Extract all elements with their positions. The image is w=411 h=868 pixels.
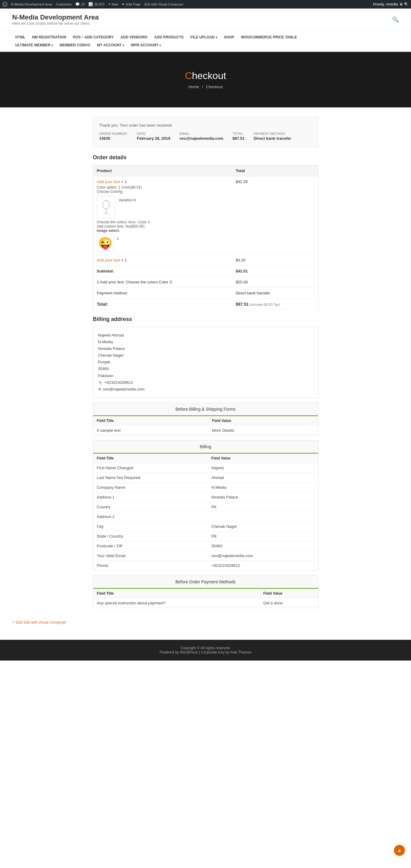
cf-field-value: N-Media	[208, 483, 318, 492]
nav-row-2: ULTIMATE MEMBER ▾ MEMBER CONVO MY ACCOUN…	[12, 41, 399, 49]
breadcrumb-current: Checkout	[206, 85, 223, 89]
vc-edit-link[interactable]: Edit with Visual Composer	[144, 2, 183, 6]
before-billing-section: Before Billing & Shipping Forms Field Ti…	[93, 403, 318, 435]
nav-ultimate-member[interactable]: ULTIMATE MEMBER ▾	[12, 41, 56, 49]
new-content-link[interactable]: +New	[108, 2, 118, 6]
nav-nm-registration[interactable]: NM REGISTRATION	[29, 33, 69, 41]
wine-glass-icon	[101, 198, 111, 215]
breadcrumb-separator: /	[202, 85, 204, 89]
cf-field-label: State / Country	[93, 531, 208, 541]
product-qty-num-1: 1	[125, 179, 127, 184]
header-search-icon[interactable]: 🔍	[392, 16, 399, 23]
order-meta: ORDER NUMBER: 14635 DATE: February 28, 2…	[99, 132, 312, 141]
col-product-header: Product	[93, 165, 232, 176]
footer-credits: Powered by WordPress | Corporate Key by …	[6, 650, 405, 654]
payment-method-value: Direct bank transfer	[232, 288, 318, 299]
file-upload-dropdown-arrow: ▾	[216, 36, 217, 39]
before-payment-table: Field Title Field Value Any special inst…	[93, 589, 318, 608]
site-header: N-Media Development Area Here we cook sc…	[0, 8, 411, 31]
edit-bar: ✏ Edit Edit with Visual Composer	[0, 617, 411, 628]
order-payment-label: PAYMENT METHOD:	[254, 132, 291, 135]
order-total-meta: TOTAL: $97.51	[233, 132, 245, 141]
order-email-value: ceo@najeebmedia.com	[179, 136, 223, 141]
stats-link[interactable]: 📊35,870	[88, 2, 104, 6]
list-item: First Name ChangedNajeeb	[93, 463, 318, 473]
cf-field-value: Ahmad	[208, 473, 318, 483]
list-item: Last Name Not RequiredAhmad	[93, 473, 318, 483]
nav-member-convo[interactable]: MEMBER CONVO	[57, 41, 94, 49]
order-payment-meta: PAYMENT METHOD: Direct bank transfer	[254, 132, 291, 141]
list-item: Postcode / ZIP35460	[93, 541, 318, 551]
edit-link[interactable]: Edit	[16, 620, 23, 624]
order-number-label: ORDER NUMBER:	[99, 132, 128, 135]
image-select-label: image select:	[97, 228, 229, 233]
order-number-value: 14635	[99, 136, 128, 141]
footer-wordpress-link[interactable]: Powered by WordPress	[160, 650, 198, 654]
product-link-2[interactable]: Add your text	[97, 258, 121, 262]
cf-field-value: 35460	[208, 541, 318, 551]
nav-woocommerce-price-table[interactable]: WOOCOMMERCE PRICE TABLE	[238, 33, 300, 41]
user-greeting: Howdy, nmedia 🖥 🔍	[373, 2, 409, 6]
customize-link[interactable]: Customize	[56, 2, 72, 6]
order-email-label: EMAIL:	[179, 132, 223, 135]
nav-html[interactable]: HTML	[12, 33, 28, 41]
nav-wpr-account[interactable]: WPR ACCOUNT ▾	[128, 41, 164, 49]
variation-label: Variation 6	[119, 196, 136, 202]
nav-add-vendors[interactable]: ADD VENDORS	[117, 33, 150, 41]
cf-field-value: Chenab Nager	[208, 521, 318, 531]
nav-pos-add-category[interactable]: POS – ADD CATEGORY	[70, 33, 117, 41]
site-tagline: Here we cook scripts before we serve our…	[12, 21, 99, 26]
subtotal-value: $42.51	[232, 266, 318, 277]
wp-logo-icon[interactable]: W	[2, 2, 7, 7]
billing-address1: Nmedia Palace	[98, 345, 313, 352]
comments-icon-link[interactable]: 💬23	[75, 2, 85, 6]
list-item: Your Valid Emailceo@najeebmedia.com	[93, 551, 318, 560]
discount-value: $55.00	[232, 277, 318, 288]
billing-email-line: ceo@najeebmedia.com	[98, 386, 313, 393]
before-payment-col-field: Field Title	[93, 589, 260, 598]
cf-field-value: Nmedia Palace	[208, 492, 318, 502]
nav-file-upload[interactable]: FILE UPLOAD ▾	[187, 33, 220, 41]
cf-field-label: Country	[93, 502, 208, 512]
site-footer: Copyright © All rights reserved. Powered…	[0, 640, 411, 660]
cf-field-value: +923224028612	[208, 560, 318, 570]
breadcrumb-home-link[interactable]: Home	[188, 85, 199, 89]
billing-form-title: Billing	[93, 440, 318, 454]
nav-add-products[interactable]: ADD PRODUCTS	[151, 33, 187, 41]
nav-shop[interactable]: SHOP	[221, 33, 237, 41]
before-billing-col-value: Field Value	[208, 416, 318, 426]
site-name-link[interactable]: N-Media Development Area	[11, 2, 52, 6]
billing-address2: Chenab Nager	[98, 352, 313, 359]
svg-point-2	[103, 200, 109, 209]
cf-field-value: More Details	[208, 425, 318, 435]
billing-company: N-Media	[98, 339, 313, 345]
hero-section: Checkout Home / Checkout	[0, 52, 411, 107]
cf-field-value: ceo@najeebmedia.com	[208, 551, 318, 560]
nav-my-account[interactable]: MY ACCOUNT ▾	[94, 41, 127, 49]
phone-icon	[98, 379, 103, 386]
hero-title-first-letter: C	[185, 70, 192, 81]
svg-text:W: W	[4, 3, 6, 6]
cf-field-label: Any special instruction about payment?	[93, 598, 260, 608]
thankyou-box: Thank you. Your order has been received.…	[93, 117, 318, 147]
total-value: $97.51 (includes $0.83 Tax)	[232, 299, 318, 310]
discount-label: 1-Add your text: Choose the colors Color…	[93, 277, 232, 288]
total-row: Total: $97.51 (includes $0.83 Tax)	[93, 299, 318, 310]
vc-edit-bar-link[interactable]: Edit with Visual Composer	[24, 620, 66, 624]
before-payment-col-value: Field Value	[260, 589, 318, 598]
cf-field-label: First Name Changed	[93, 463, 208, 473]
cf-field-value: PB	[208, 531, 318, 541]
order-date-meta: DATE: February 28, 2019	[137, 132, 170, 141]
cf-field-label: Phone	[93, 560, 208, 570]
table-row: Add your text × 1 $0.25	[93, 255, 318, 266]
site-title: N-Media Development Area	[12, 13, 99, 21]
list-item: CityChenab Nager	[93, 521, 318, 531]
product-link-1[interactable]: Add your text	[97, 179, 121, 184]
order-total-value: $97.51	[233, 136, 245, 141]
edit-page-link[interactable]: ✏Edit Page	[122, 2, 141, 6]
wpr-account-dropdown-arrow: ▾	[159, 43, 161, 47]
footer-theme-link[interactable]: Corporate Key by Axle Themes	[201, 650, 251, 654]
main-content: Thank you. Your order has been received.…	[87, 117, 324, 608]
billing-postcode: 35460	[98, 366, 313, 372]
total-label: Total:	[93, 299, 232, 310]
